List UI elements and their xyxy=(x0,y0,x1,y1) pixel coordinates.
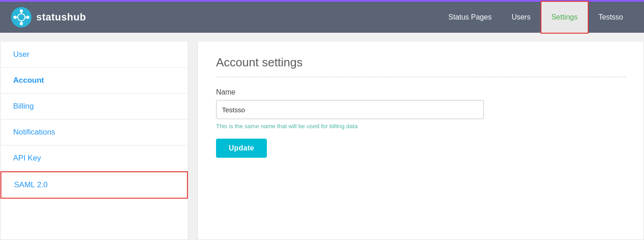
field-hint: This is the same name that will be used … xyxy=(216,123,625,130)
sidebar: User Account Billing Notifications API K… xyxy=(0,42,188,240)
account-name-input[interactable] xyxy=(216,100,484,119)
sidebar-item-billing[interactable]: Billing xyxy=(0,94,188,120)
nav-settings[interactable]: Settings xyxy=(541,1,589,34)
svg-point-3 xyxy=(20,22,23,25)
page-body: User Account Billing Notifications API K… xyxy=(0,33,644,240)
section-title: Account settings xyxy=(216,55,625,70)
svg-point-2 xyxy=(20,10,23,13)
sidebar-item-notifications[interactable]: Notifications xyxy=(0,120,188,145)
main-content: Account settings Name This is the same n… xyxy=(197,42,644,240)
update-button[interactable]: Update xyxy=(216,139,267,158)
logo-prefix: status xyxy=(36,11,67,23)
sidebar-item-user[interactable]: User xyxy=(0,42,188,68)
sidebar-item-saml[interactable]: SAML 2.0 xyxy=(0,171,188,199)
sidebar-item-account[interactable]: Account xyxy=(0,68,188,94)
name-label: Name xyxy=(216,88,625,96)
nav-username[interactable]: Testsso xyxy=(589,1,633,34)
svg-point-5 xyxy=(26,16,29,19)
logo-suffix: hub xyxy=(67,11,86,23)
nav-users[interactable]: Users xyxy=(501,1,541,34)
logo-icon xyxy=(11,7,32,28)
logo-area: statushub xyxy=(11,7,438,28)
nav-status-pages[interactable]: Status Pages xyxy=(438,1,501,34)
logo-text: statushub xyxy=(36,11,86,23)
section-divider xyxy=(216,77,625,77)
nav-links: Status Pages Users Settings Testsso xyxy=(438,2,633,33)
sidebar-item-api-key[interactable]: API Key xyxy=(0,145,188,171)
topnav: statushub Status Pages Users Settings Te… xyxy=(0,0,644,33)
svg-point-4 xyxy=(14,16,17,19)
